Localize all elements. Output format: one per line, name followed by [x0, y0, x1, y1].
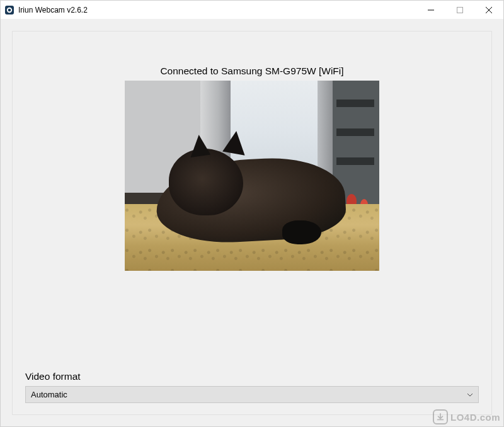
window-title: Iriun Webcam v2.6.2: [18, 6, 416, 14]
video-format-value: Automatic: [31, 390, 467, 399]
video-format-select[interactable]: Automatic: [25, 386, 479, 403]
video-preview: [125, 81, 379, 271]
video-format-section: Video format Automatic: [25, 371, 479, 403]
chevron-down-icon: [467, 392, 473, 398]
svg-rect-4: [457, 8, 463, 13]
svg-point-2: [8, 8, 11, 11]
close-button[interactable]: [474, 1, 503, 20]
window-controls: [416, 1, 503, 19]
maximize-button[interactable]: [445, 1, 474, 20]
preview-area: Connected to Samsung SM-G975W [WiFi]: [25, 44, 479, 371]
video-format-label: Video format: [25, 371, 479, 382]
client-area: Connected to Samsung SM-G975W [WiFi]: [1, 20, 503, 426]
app-icon: [4, 5, 14, 15]
connection-status: Connected to Samsung SM-G975W [WiFi]: [160, 65, 343, 77]
minimize-button[interactable]: [416, 1, 445, 20]
inner-frame: Connected to Samsung SM-G975W [WiFi]: [12, 31, 492, 415]
app-window: Iriun Webcam v2.6.2 Connected to Samsung…: [0, 0, 504, 427]
titlebar: Iriun Webcam v2.6.2: [1, 1, 503, 20]
